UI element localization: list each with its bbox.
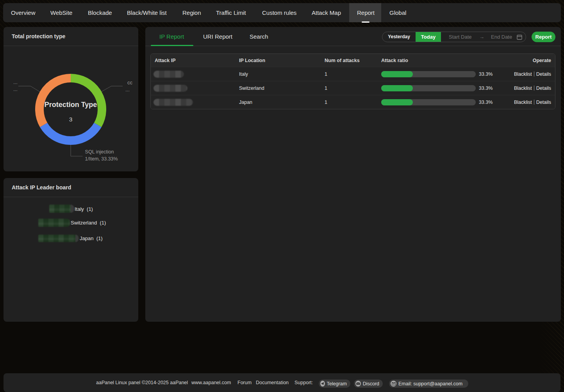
svg-text:Protection Type: Protection Type [45, 101, 97, 109]
svg-text:...: ... [13, 86, 18, 92]
svg-text:cc: cc [127, 80, 133, 86]
svg-text:SQL injection: SQL injection [85, 149, 114, 155]
svg-text:1/Item, 33.33%: 1/Item, 33.33% [85, 156, 118, 162]
svg-text:...: ... [13, 79, 18, 85]
svg-text:3: 3 [69, 116, 73, 123]
svg-text:...: ... [125, 87, 130, 93]
